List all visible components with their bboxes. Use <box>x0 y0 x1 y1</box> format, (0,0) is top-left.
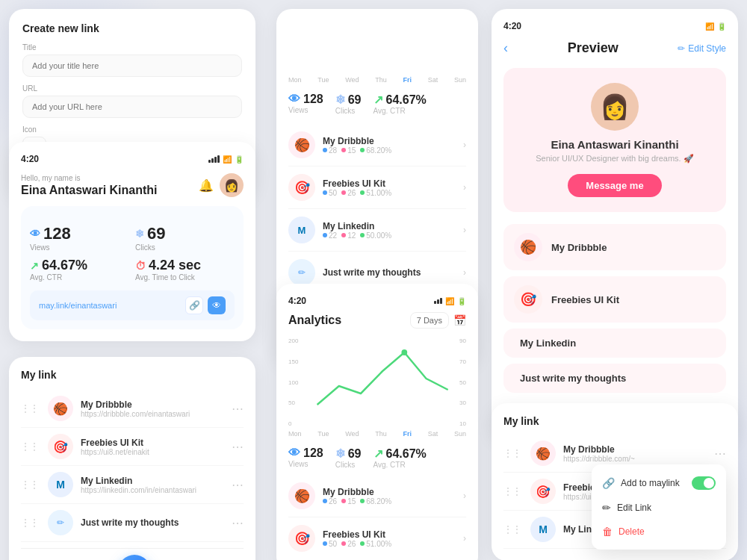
y-axis-right: 9070503010 <box>459 337 466 427</box>
title-label: Title <box>22 43 242 52</box>
link-url-item: https://dribbble.com/~ <box>563 455 707 463</box>
link-url-item: https://dribbble.com/einantaswari <box>81 410 224 418</box>
url-input[interactable] <box>22 96 242 118</box>
list-item[interactable]: 🎯 Freebies UI Kit 50 26 51.00% › <box>288 517 466 559</box>
link-list-stats: 28 15 68.20% <box>323 146 463 155</box>
message-button[interactable]: Message me <box>568 174 661 197</box>
link-info: Just write my thoughts <box>81 517 224 528</box>
mylink-right-title: My link <box>503 415 726 427</box>
create-link-title: Create new link <box>22 22 242 34</box>
link-url-item: https://linkedin.com/in/einantaswari <box>81 486 224 494</box>
clicks-label: Clicks <box>335 461 362 469</box>
preview-link-item[interactable]: Just write my thoughts <box>503 364 726 393</box>
link-url-item: https://ui8.net/einakit <box>81 448 224 456</box>
clock-icon: ⏱ <box>135 260 146 272</box>
analytics-stats-row: 👁 128 Views ❄ 69 Clicks ↗ 64.67% Avg. CT… <box>288 93 466 115</box>
list-item[interactable]: ⋮⋮ 🎯 Freebies UI Kit https://ui8.net/ein… <box>21 428 244 466</box>
days-label: 7 Days <box>417 316 442 325</box>
edit-link-option[interactable]: ✏ Edit Link <box>592 496 726 520</box>
svg-point-0 <box>401 349 407 355</box>
dots-menu-button[interactable]: ⋯ <box>714 447 726 461</box>
dots-menu-button[interactable]: ⋯ <box>232 516 244 530</box>
time-stat: ⏱ 4.24 sec Avg. Time to Click <box>135 258 235 281</box>
freebies-icon: 🎯 <box>514 285 542 314</box>
edit-style-button[interactable]: ✏ Edit Style <box>678 43 726 54</box>
day-sun: Sun <box>454 76 466 84</box>
dots-menu-button[interactable]: ⋯ <box>232 440 244 454</box>
back-button[interactable]: ‹ <box>503 40 508 56</box>
ctr-mini-stat: ↗ 64.67% Avg. CTR <box>374 447 427 469</box>
list-item[interactable]: ⋮⋮ ✏ Just write my thoughts ⋯ <box>21 504 244 542</box>
stats-grid: 👁 128 Views ❄ 69 Clicks ↗ 64.67% Avg. CT… <box>30 224 235 281</box>
link-action-icons: 🔗 👁 <box>185 296 226 314</box>
ctr-mini-label: Avg. CTR <box>374 107 427 115</box>
preview-time: 4:20 <box>503 21 521 31</box>
dribbble-icon: 🏀 <box>288 131 315 158</box>
preview-link-label: My Dribbble <box>551 242 607 253</box>
list-item[interactable]: 🏀 My Dribbble 26 15 68.20% › <box>288 475 466 517</box>
list-item[interactable]: ⋮⋮ 🏀 My Dribbble https://dribbble.com/ei… <box>21 390 244 428</box>
edit-link-label: Edit Link <box>617 503 651 513</box>
copy-link-button[interactable]: 🔗 <box>185 296 203 314</box>
mylink-right-panel: My link ⋮⋮ 🏀 My Dribbble https://dribbbl… <box>492 403 738 560</box>
clicks-label: Clicks <box>135 243 235 252</box>
link-info: Freebies UI Kit https://ui8.net/einakit <box>81 438 224 456</box>
clicks-val: 69 <box>348 447 362 461</box>
preview-link-item[interactable]: My Linkedin <box>503 329 726 358</box>
dots-menu-button[interactable]: ⋯ <box>232 402 244 416</box>
preview-link-item[interactable]: 🏀 My Dribbble <box>503 224 726 270</box>
link-list-stats: 22 12 50.00% <box>323 231 463 240</box>
chevron-icon: › <box>463 225 466 235</box>
bell-icon[interactable]: 🔔 <box>199 178 214 193</box>
day-labels: Mon Tue Wed Thu Fri Sat Sun <box>288 76 466 84</box>
day-fri: Fri <box>403 76 412 84</box>
user-avatar[interactable]: 👩 <box>220 173 244 197</box>
preview-link-item[interactable]: 🎯 Freebies UI Kit <box>503 276 726 323</box>
dribbble-logo: 🏀 <box>530 441 556 466</box>
link-list-info: My Dribbble 26 15 68.20% <box>323 487 463 505</box>
day-sun: Sun <box>454 430 466 438</box>
ctr-label: Avg. CTR <box>374 461 427 469</box>
preview-header: ‹ Preview ✏ Edit Style <box>503 40 726 56</box>
views-mini-label: Views <box>288 106 323 114</box>
list-item[interactable]: 🎯 Freebies UI Kit 50 26 51.00% › <box>288 167 466 209</box>
freebies-logo: 🎯 <box>530 479 556 504</box>
phone-main-panel: 4:20 📶 🔋 Hello, my name is Eina Antaswar… <box>9 142 255 341</box>
chevron-icon: › <box>463 491 466 501</box>
list-item[interactable]: ⋮⋮ M My Linkedin https://linkedin.com/in… <box>21 466 244 504</box>
analytics-title: Analytics <box>288 314 341 327</box>
freebies-icon: 🎯 <box>288 525 315 552</box>
dots-menu-button[interactable]: ⋯ <box>232 478 244 492</box>
line-chart-overlay <box>306 337 466 427</box>
day-thu: Thu <box>375 76 387 84</box>
delete-option[interactable]: 🗑 Delete <box>592 520 726 544</box>
link-list-title: Just write my thoughts <box>323 267 463 278</box>
view-link-button[interactable]: 👁 <box>208 296 226 314</box>
status-bar-bottom: 4:20 📶 🔋 <box>288 296 466 306</box>
edit-icon: ✏ <box>678 43 685 54</box>
greeting-text: Hello, my name is <box>21 174 158 182</box>
linkedin-logo: M <box>48 472 73 497</box>
day-fri: Fri <box>403 430 412 438</box>
signal-icon <box>434 298 442 304</box>
title-input[interactable] <box>22 55 242 77</box>
link-list-info: Just write my thoughts <box>323 267 463 278</box>
status-icons: 📶 🔋 <box>208 155 244 164</box>
add-to-maylink-option[interactable]: 🔗 Add to maylink <box>592 470 726 496</box>
drag-icon: ⋮⋮ <box>21 441 39 452</box>
battery-icon: 🔋 <box>717 22 726 31</box>
add-nav-button[interactable]: + <box>118 555 151 560</box>
calendar-icon[interactable]: 📅 <box>453 314 466 326</box>
toggle-knob <box>704 478 714 488</box>
link-name: My Dribbble <box>563 444 707 455</box>
thoughts-logo: ✏ <box>48 510 73 535</box>
drag-icon: ⋮⋮ <box>21 479 39 490</box>
toggle-switch[interactable] <box>692 476 716 490</box>
link-list-info: My Linkedin 22 12 50.00% <box>323 221 463 240</box>
days-selector[interactable]: 7 Days <box>410 312 449 329</box>
icon-label: Icon <box>22 125 242 134</box>
list-item[interactable]: M My Linkedin 22 12 50.00% › <box>288 209 466 252</box>
period-controls: 7 Days 📅 <box>410 312 466 329</box>
drag-icon: ⋮⋮ <box>503 486 521 497</box>
list-item[interactable]: 🏀 My Dribbble 28 15 68.20% › <box>288 124 466 167</box>
